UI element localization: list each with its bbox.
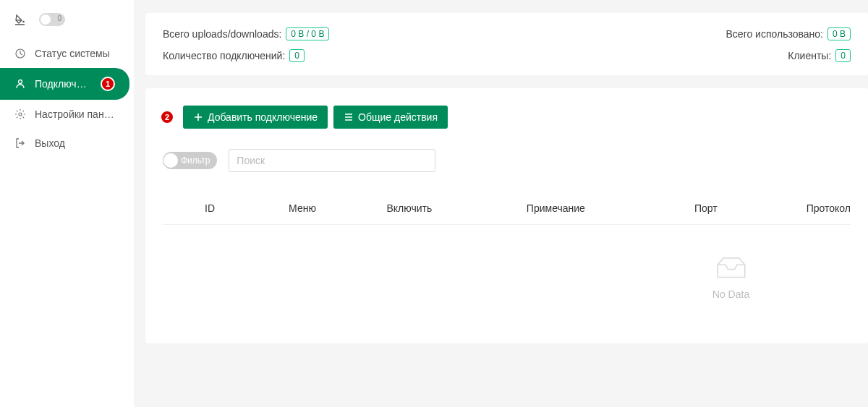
annotation-badge-2: 2 [160, 110, 174, 124]
user-icon [14, 78, 26, 90]
dashboard-icon [14, 48, 26, 59]
empty-box-icon [713, 254, 749, 283]
table-col-enable: Включить [386, 202, 526, 214]
stats-row-connections: Количество подключений: 0 Клиенты: 0 [163, 49, 851, 62]
table-col-menu: Меню [289, 202, 386, 214]
stats-used-value: 0 B [827, 27, 851, 40]
hamburger-icon [344, 112, 354, 122]
stats-row-uploads: Всего uploads/downloads: 0 B / 0 B Всего… [163, 27, 851, 40]
stats-card: Всего uploads/downloads: 0 B / 0 B Всего… [145, 13, 868, 75]
bulk-actions-label: Общие действия [358, 111, 438, 123]
action-button-row: 2 Добавить подключение Общие действия [163, 106, 851, 129]
plus-icon [193, 112, 203, 122]
main-content: Всего uploads/downloads: 0 B / 0 B Всего… [134, 0, 868, 407]
no-data-text: No Data [712, 288, 749, 300]
stats-used-label: Всего использовано: [726, 28, 823, 40]
connections-card: 2 Добавить подключение Общие действия [145, 88, 868, 343]
sidebar-item-label: Подключения [35, 78, 92, 90]
stats-conn-label: Количество подключений: [163, 50, 285, 61]
stats-clients-value: 0 [835, 49, 851, 62]
theme-toggle-knob [41, 14, 51, 25]
sidebar-item-label: Выход [35, 137, 65, 149]
filter-toggle-knob [163, 153, 178, 168]
search-input[interactable] [229, 149, 435, 172]
bulk-actions-button[interactable]: Общие действия [333, 106, 448, 129]
sidebar: 0 Статус системы Подключения 1 [0, 0, 134, 407]
stats-conn-value: 0 [289, 49, 305, 62]
sidebar-item-status[interactable]: Статус системы [0, 39, 134, 68]
table-col-blank [163, 202, 205, 214]
stats-uploads-label: Всего uploads/downloads: [163, 28, 281, 40]
table-header: ID Меню Включить Примечание Порт Протоко… [163, 192, 851, 225]
theme-toggle[interactable]: 0 [39, 13, 65, 26]
filter-toggle[interactable]: Фильтр [163, 152, 217, 169]
stats-uploads-value: 0 B / 0 B [286, 27, 329, 40]
filter-row: Фильтр [163, 149, 851, 172]
sidebar-item-connections[interactable]: Подключения 1 [0, 68, 129, 100]
annotation-badge-1: 1 [101, 77, 115, 91]
logout-icon [14, 137, 26, 149]
table-col-note: Примечание [527, 202, 694, 214]
table-col-port: Порт [694, 202, 807, 214]
no-data-placeholder: No Data [611, 225, 851, 314]
sidebar-item-exit[interactable]: Выход [0, 129, 134, 158]
table-col-id: ID [205, 202, 289, 214]
sidebar-item-settings[interactable]: Настройки пане… [0, 100, 134, 129]
sidebar-item-label: Статус системы [35, 48, 110, 59]
svg-point-0 [22, 21, 25, 23]
stats-clients-label: Клиенты: [788, 50, 831, 61]
table-col-protocol: Протокол [807, 202, 851, 214]
gear-icon [14, 108, 26, 120]
sidebar-item-label: Настройки пане… [35, 108, 119, 120]
add-connection-label: Добавить подключение [208, 111, 318, 123]
svg-point-3 [19, 113, 22, 116]
sidebar-top-controls: 0 [0, 13, 134, 39]
theme-toggle-mark: 0 [57, 14, 61, 22]
add-connection-button[interactable]: Добавить подключение [183, 106, 328, 129]
theme-fill-icon [14, 14, 26, 25]
filter-toggle-label: Фильтр [181, 155, 210, 166]
svg-point-2 [19, 80, 22, 84]
